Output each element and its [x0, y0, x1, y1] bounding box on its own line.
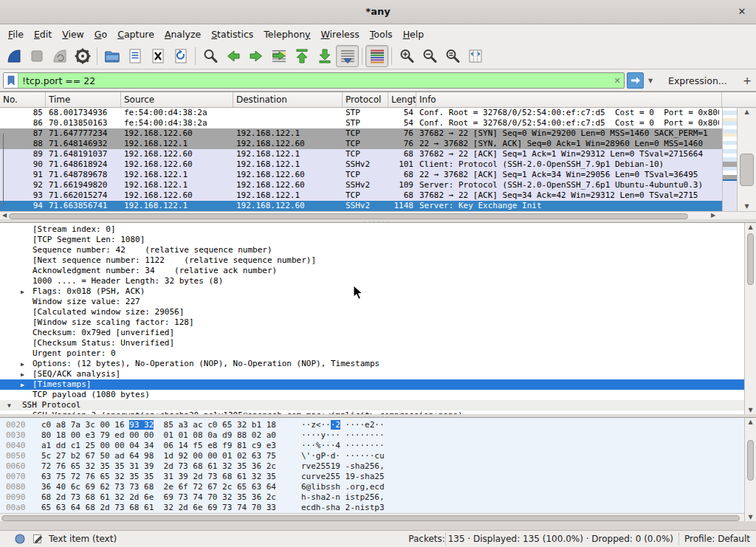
packet-row[interactable]: 8771.647777234192.168.122.60192.168.122.… [0, 128, 722, 139]
hex-row[interactable]: 0040a1 dd c1 25 00 00 04 34 06 14 f5 e8 … [0, 441, 756, 451]
packet-row[interactable]: 9471.663856741192.168.122.1192.168.122.6… [0, 201, 722, 211]
hex-bytes[interactable]: 63 75 72 76 65 32 35 35 31 39 2d 73 68 6… [41, 472, 276, 482]
detail-line[interactable]: Sequence number: 42 (relative sequence n… [0, 245, 744, 255]
hex-bytes[interactable]: a1 dd c1 25 00 00 04 34 06 14 f5 e8 f9 8… [41, 441, 276, 451]
menu-capture[interactable]: Capture [112, 27, 159, 42]
ascii-bytes[interactable]: rve25519 -sha256, [301, 461, 385, 472]
packet-row[interactable]: 9371.662015274192.168.122.60192.168.122.… [0, 190, 722, 201]
hex-bytes[interactable]: c0 a8 7a 3c 00 16 93 32 85 a3 ac c0 65 3… [41, 420, 276, 430]
menu-statistics[interactable]: Statistics [206, 27, 258, 42]
detail-line[interactable]: Urgent pointer: 0 [0, 348, 744, 359]
detail-line[interactable]: Acknowledgment number: 34 (relative ack … [0, 266, 744, 276]
detail-line[interactable]: [Calculated window size: 29056] [0, 307, 744, 317]
hex-row[interactable]: 007063 75 72 76 65 32 35 35 31 39 2d 73 … [0, 472, 756, 482]
capture-comment-icon[interactable] [32, 534, 43, 546]
packet-row[interactable]: 8871.648146932192.168.122.1192.168.122.6… [0, 139, 722, 149]
menu-view[interactable]: View [57, 27, 89, 42]
scrollbar-thumb[interactable] [747, 233, 754, 285]
packet-row[interactable]: 8568.001734936fe:54:00:d4:38:2aSTP54Conf… [0, 108, 722, 118]
menu-wireless[interactable]: Wireless [316, 27, 365, 42]
ascii-bytes[interactable]: curve255 19-sha25 [301, 472, 385, 482]
column-header-no[interactable]: No. [0, 92, 46, 107]
detail-line[interactable]: ▶[Timestamps] [0, 379, 744, 390]
scroll-down-icon[interactable]: ▼ [745, 513, 756, 521]
detail-line[interactable]: Window size value: 227 [0, 297, 744, 307]
hex-row[interactable]: 009068 2d 73 68 61 32 2d 6e 69 73 74 70 … [0, 492, 756, 503]
go-forward-button[interactable] [244, 45, 267, 67]
column-header-time[interactable]: Time [46, 92, 121, 107]
column-header-length[interactable]: Length [388, 92, 416, 107]
hex-bytes[interactable]: 68 2d 73 68 61 32 2d 6e 69 73 74 70 32 3… [41, 492, 276, 503]
packet-row[interactable]: 8670.013850163fe:54:00:d4:38:2aSTP54Conf… [0, 118, 722, 128]
hex-bytes[interactable]: 65 63 64 68 2d 73 68 61 32 2d 6e 69 73 7… [41, 503, 276, 513]
hex-row[interactable]: 0020c0 a8 7a 3c 00 16 93 32 85 a3 ac c0 … [0, 420, 756, 430]
ascii-bytes[interactable]: ecdh-sha 2-nistp3 [301, 503, 385, 513]
column-header-protocol[interactable]: Protocol [343, 92, 388, 107]
resize-columns-button[interactable] [464, 45, 487, 67]
zoom-out-button[interactable] [418, 45, 441, 67]
scrollbar-thumb[interactable] [9, 213, 688, 219]
hex-row[interactable]: 006072 76 65 32 35 35 31 39 2d 73 68 61 … [0, 461, 756, 472]
bytes-hscrollbar[interactable] [0, 513, 744, 521]
add-filter-button[interactable]: + [741, 72, 753, 89]
hex-bytes[interactable]: 80 18 00 e3 79 ed 00 00 01 01 08 0a d9 8… [41, 430, 276, 441]
title-bar[interactable]: *any ✕ [0, 0, 756, 24]
save-file-button[interactable] [123, 45, 146, 67]
column-header-info[interactable]: Info [416, 92, 722, 107]
filter-bookmark-icon[interactable] [4, 73, 18, 88]
menu-edit[interactable]: Edit [29, 27, 57, 42]
scrollbar-thumb[interactable] [1, 515, 740, 521]
hex-row[interactable]: 008036 40 6c 69 62 73 73 68 2e 6f 72 67 … [0, 482, 756, 492]
expression-button[interactable]: Expression... [668, 75, 727, 86]
detail-line[interactable]: [Stream index: 0] [0, 224, 744, 235]
detail-line[interactable]: ▶Options: (12 bytes), No-Operation (NOP)… [0, 359, 744, 369]
stop-capture-button[interactable] [25, 45, 48, 67]
auto-scroll-button[interactable] [336, 45, 359, 67]
column-header-source[interactable]: Source [121, 92, 233, 107]
expanded-arrow-icon[interactable]: ▼ [7, 401, 11, 411]
scrollbar-thumb[interactable] [747, 440, 754, 481]
detail-line[interactable]: [Checksum Status: Unverified] [0, 338, 744, 348]
hex-row[interactable]: 00505c 27 b2 67 50 ad 64 98 1d 92 00 00 … [0, 451, 756, 461]
hex-row[interactable]: 003080 18 00 e3 79 ed 00 00 01 01 08 0a … [0, 430, 756, 441]
scroll-down-icon[interactable]: ▼ [738, 202, 756, 211]
scroll-down-icon[interactable]: ▼ [745, 406, 756, 414]
intelligent-scrollbar-minimap[interactable] [722, 108, 737, 211]
filter-clear-icon[interactable]: ✕ [611, 76, 624, 86]
packet-list-vscrollbar[interactable]: ▲ ▼ [737, 108, 756, 211]
scroll-up-icon[interactable]: ▲ [738, 108, 756, 117]
bytes-vscrollbar[interactable]: ▲ ▼ [744, 418, 756, 521]
zoom-reset-button[interactable] [441, 45, 464, 67]
filter-history-dropdown[interactable]: ▼ [645, 72, 656, 89]
packet-row[interactable]: 8971.648191037192.168.122.60192.168.122.… [0, 149, 722, 159]
packet-row[interactable]: 9271.661949820192.168.122.1192.168.122.6… [0, 180, 722, 190]
hex-row[interactable]: 00a065 63 64 68 2d 73 68 61 32 2d 6e 69 … [0, 503, 756, 513]
detail-line[interactable]: 1000 .... = Header Length: 32 bytes (8) [0, 276, 744, 286]
hex-bytes[interactable]: 5c 27 b2 67 50 ad 64 98 1d 92 00 00 01 0… [41, 451, 276, 461]
collapsed-arrow-icon[interactable]: ▶ [21, 287, 24, 297]
ascii-bytes[interactable]: ····y··· ········ [301, 430, 385, 441]
scroll-up-icon[interactable]: ▲ [745, 418, 756, 427]
reload-file-button[interactable] [169, 45, 192, 67]
detail-line[interactable]: TCP payload (1080 bytes) [0, 390, 744, 400]
menu-tools[interactable]: Tools [365, 27, 398, 42]
detail-line[interactable]: ▶[SEQ/ACK analysis] [0, 369, 744, 379]
zoom-in-button[interactable] [395, 45, 418, 67]
ascii-bytes[interactable]: h-sha2-n istp256, [301, 492, 385, 503]
hex-bytes[interactable]: 72 76 65 32 35 35 31 39 2d 73 68 61 32 3… [41, 461, 276, 472]
details-vscrollbar[interactable]: ▲ ▼ [744, 223, 756, 414]
detail-line[interactable]: ▼SSH Protocol [0, 400, 744, 410]
detail-line[interactable]: ▶Flags: 0x018 (PSH, ACK) [0, 286, 744, 297]
menu-telephony[interactable]: Telephony [258, 27, 315, 42]
open-file-button[interactable] [100, 45, 123, 67]
close-window-button[interactable]: ✕ [735, 5, 749, 18]
restart-capture-button[interactable] [48, 45, 71, 67]
menu-help[interactable]: Help [398, 27, 430, 42]
menu-analyze[interactable]: Analyze [159, 27, 206, 42]
detail-line[interactable]: [TCP Segment Len: 1080] [0, 235, 744, 245]
capture-options-button[interactable] [71, 45, 94, 67]
go-last-button[interactable] [313, 45, 336, 67]
scrollbar-thumb[interactable] [740, 154, 754, 186]
ascii-bytes[interactable]: ··z<···2 ····e2·· [301, 420, 385, 430]
menu-go[interactable]: Go [89, 27, 112, 42]
